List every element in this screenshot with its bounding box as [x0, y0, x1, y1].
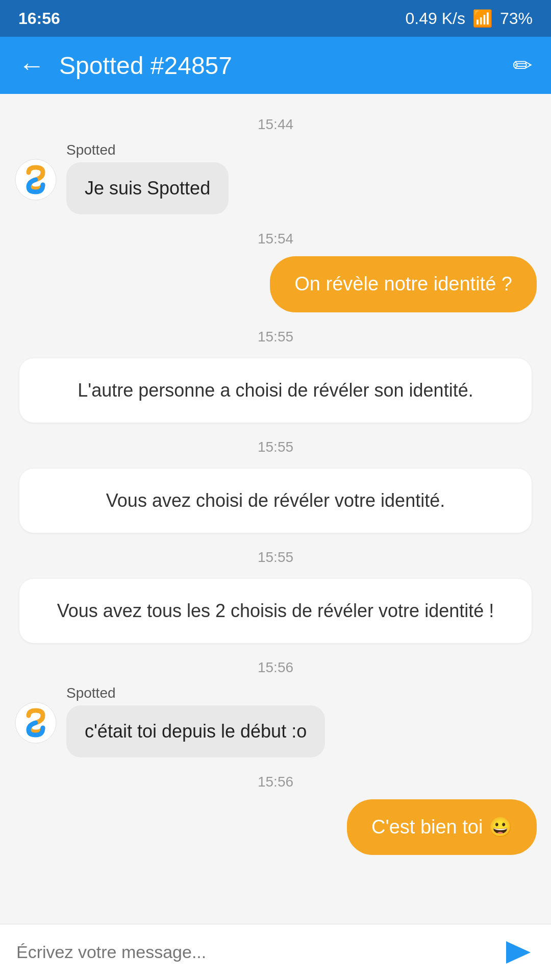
back-button[interactable]: ←	[18, 50, 45, 81]
sender-name-6: Spotted	[66, 685, 325, 701]
bubble-6: c'était toi depuis le début :o	[66, 705, 325, 757]
sender-name-1: Spotted	[66, 142, 229, 158]
message-row-1: Spotted Je suis Spotted	[14, 142, 537, 214]
incoming-content-1: Spotted Je suis Spotted	[66, 142, 229, 214]
battery-level: 73%	[500, 9, 533, 28]
bubble-system-3: L'autre personne a choisi de révéler son…	[19, 358, 532, 423]
incoming-content-6: Spotted c'était toi depuis le début :o	[66, 685, 325, 757]
network-speed: 0.49 K/s	[406, 9, 465, 28]
edit-button[interactable]: ✏	[513, 52, 533, 79]
conversation-title: Spotted #24857	[59, 52, 232, 80]
timestamp-3: 15:55	[14, 329, 537, 345]
chat-area: 15:44 Spotted Je suis Spotted 15:54 On r…	[0, 94, 551, 924]
message-row-6: Spotted c'était toi depuis le début :o	[14, 685, 537, 757]
top-bar-left: ← Spotted #24857	[18, 50, 232, 81]
status-bar: 16:56 0.49 K/s 📶 73%	[0, 0, 551, 37]
send-button[interactable]	[498, 934, 535, 971]
timestamp-1: 15:44	[14, 116, 537, 133]
bubble-2: On révèle notre identité ?	[270, 256, 537, 312]
input-bar	[0, 924, 551, 980]
timestamp-7: 15:56	[14, 774, 537, 790]
bubble-1: Je suis Spotted	[66, 162, 229, 214]
timestamp-5: 15:55	[14, 549, 537, 566]
avatar-spotted-1	[14, 158, 57, 201]
avatar-spotted-2	[14, 701, 57, 744]
message-row-2: On révèle notre identité ?	[14, 256, 537, 312]
top-bar: ← Spotted #24857 ✏	[0, 37, 551, 94]
bubble-system-5: Vous avez tous les 2 choisis de révéler …	[19, 579, 532, 643]
bubble-7: C'est bien toi 😀	[347, 799, 537, 855]
message-input[interactable]	[16, 942, 498, 962]
signal-icon: 📶	[472, 9, 493, 28]
timestamp-2: 15:54	[14, 231, 537, 247]
bubble-system-4: Vous avez choisi de révéler votre identi…	[19, 469, 532, 533]
message-row-7: C'est bien toi 😀	[14, 799, 537, 855]
status-right: 0.49 K/s 📶 73%	[406, 9, 533, 28]
timestamp-4: 15:55	[14, 439, 537, 455]
timestamp-6: 15:56	[14, 659, 537, 676]
send-icon	[506, 941, 531, 964]
status-time: 16:56	[18, 9, 60, 28]
